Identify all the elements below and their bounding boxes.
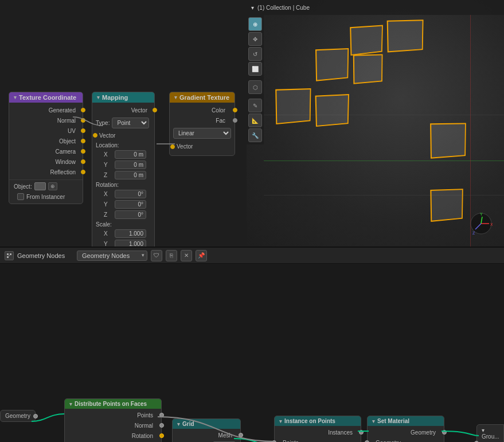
gradient-texture-node: ▾ Gradient Texture Color Fac Linear — [169, 92, 235, 156]
loc-x[interactable] — [115, 150, 146, 159]
annotate-tool[interactable]: ✎ — [248, 99, 262, 112]
grid-minor2 — [264, 195, 504, 195]
svg-text:Z: Z — [472, 231, 475, 235]
normal-socket[interactable] — [81, 118, 85, 123]
grid-node: ▾ Grid Mesh Size X — [172, 418, 241, 442]
rot-x[interactable] — [115, 190, 146, 198]
scale-tool[interactable]: ⬜ — [248, 62, 262, 76]
node-tree-icon[interactable] — [5, 251, 14, 260]
cube-7 — [430, 123, 466, 158]
svg-rect-8 — [10, 253, 11, 255]
cube-2 — [387, 19, 424, 52]
svg-rect-9 — [7, 256, 9, 258]
texture-coordinate-header[interactable]: ▾ Texture Coordinate — [9, 92, 83, 103]
mapping-node: ▾ Mapping Vector Type: Point — [92, 92, 155, 247]
rotate-tool[interactable]: ↺ — [248, 47, 262, 61]
scale-y[interactable] — [115, 240, 146, 247]
mapping-vector-in[interactable] — [93, 133, 97, 138]
instances-out[interactable] — [359, 430, 364, 435]
grid-line-horizontal — [264, 161, 504, 161]
distribute-node: ▾ Distribute Points on Faces Points Norm… — [64, 398, 162, 442]
normal-out[interactable] — [159, 423, 164, 428]
geometry-node-editor: Geometry Nodes Geometry Nodes ▾ 🛡 ⎘ ✕ 📌 — [0, 247, 504, 442]
viewport-header: ▾ (1) Collection | Cube — [247, 0, 504, 15]
geo-editor-label-area: Geometry Nodes — [5, 251, 73, 260]
set-mat-geo-out[interactable] — [442, 430, 447, 435]
top-section: ▾ Texture Coordinate Generated Normal UV… — [0, 0, 504, 247]
loc-y[interactable] — [115, 161, 146, 169]
viewport[interactable]: ▾ (1) Collection | Cube ⊕ ✥ ↺ ⬜ ⬡ ✎ 📐 🔧 — [247, 0, 504, 247]
shield-icon-btn[interactable]: 🛡 — [151, 250, 162, 261]
mapping-header[interactable]: ▾ Mapping — [92, 92, 154, 103]
svg-text:Y: Y — [480, 212, 483, 216]
fac-socket[interactable] — [233, 118, 237, 123]
move-tool[interactable]: ✥ — [248, 32, 262, 46]
svg-text:X: X — [490, 222, 493, 226]
cube-5 — [275, 88, 311, 124]
generated-socket[interactable] — [81, 108, 85, 112]
rotation-out[interactable] — [159, 433, 164, 438]
grid-mesh-out[interactable] — [239, 433, 243, 437]
loc-z[interactable] — [115, 171, 146, 179]
instance-header[interactable]: ▾ Instance on Points — [275, 416, 361, 426]
mapping-vector-out[interactable] — [153, 108, 157, 112]
cursor-tool[interactable]: ⊕ — [248, 17, 262, 31]
set-material-header[interactable]: ▾ Set Material — [368, 416, 444, 426]
geo-editor-header: Geometry Nodes Geometry Nodes ▾ 🛡 ⎘ ✕ 📌 — [0, 248, 504, 264]
color-socket[interactable] — [233, 108, 237, 112]
object-socket[interactable] — [81, 139, 85, 143]
geometry-input-node: Geometry — [0, 410, 36, 422]
svg-rect-7 — [7, 253, 9, 255]
transform-tool[interactable]: ⬡ — [248, 80, 262, 94]
rot-y[interactable] — [115, 200, 146, 209]
set-material-node: ▾ Set Material Geometry Geometry Selecti… — [367, 416, 444, 442]
cube-8 — [430, 189, 463, 222]
reflection-socket[interactable] — [81, 170, 85, 174]
mapping-type-select[interactable]: Point — [112, 118, 149, 128]
object-icon[interactable] — [34, 182, 46, 190]
geometry-in-socket[interactable] — [33, 414, 38, 418]
measure-tool[interactable]: 📐 — [248, 114, 262, 127]
cube-1 — [350, 25, 383, 56]
eyedropper-button[interactable]: ⊕ — [48, 182, 57, 190]
texture-coordinate-node: ▾ Texture Coordinate Generated Normal UV… — [9, 92, 83, 204]
geo-node-selector[interactable]: Geometry Nodes ▾ — [77, 251, 147, 261]
from-instancer-check[interactable] — [17, 193, 24, 200]
rot-z[interactable] — [115, 210, 146, 219]
cube-3 — [315, 48, 349, 81]
geo-canvas: Geometry ▾ Distribute Points on Faces Po… — [0, 264, 504, 442]
uv-socket[interactable] — [81, 128, 85, 133]
axis-gizmo: X Y Z — [470, 212, 493, 235]
pin-icon-btn[interactable]: 📌 — [196, 250, 207, 261]
window-socket[interactable] — [81, 159, 85, 164]
distribute-header[interactable]: ▾ Distribute Points on Faces — [65, 399, 161, 409]
cube-6 — [315, 94, 349, 127]
camera-socket[interactable] — [81, 149, 85, 154]
add-tool[interactable]: 🔧 — [248, 128, 262, 142]
grid-header[interactable]: ▾ Grid — [173, 419, 240, 429]
gradient-texture-header[interactable]: ▾ Gradient Texture — [170, 92, 235, 103]
instance-on-points-node: ▾ Instance on Points Instances Points Se… — [274, 416, 361, 442]
copy-icon-btn[interactable]: ⎘ — [166, 250, 177, 261]
close-icon-btn[interactable]: ✕ — [181, 250, 192, 261]
group-output-node: ▾ Grou... Geom... — [476, 424, 504, 442]
gradient-type-select[interactable]: Linear — [173, 128, 231, 139]
cube-4 — [353, 54, 383, 84]
gradient-vector-in[interactable] — [170, 144, 175, 149]
viewport-toolbar: ⊕ ✥ ↺ ⬜ ⬡ ✎ 📐 🔧 — [247, 15, 264, 144]
points-out[interactable] — [159, 413, 164, 417]
scale-x[interactable] — [115, 229, 146, 238]
shader-editor: ▾ Texture Coordinate Generated Normal UV… — [0, 0, 247, 247]
